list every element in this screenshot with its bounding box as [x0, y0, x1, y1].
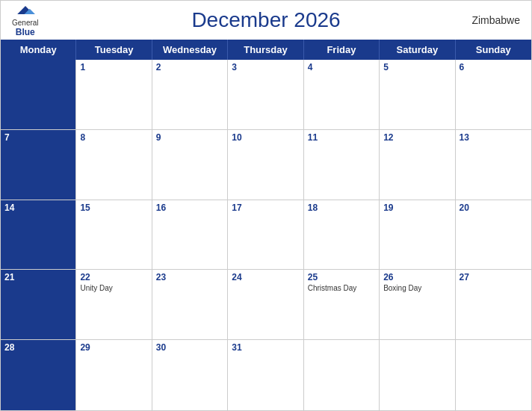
- day-number: 30: [156, 342, 223, 353]
- day-empty: [456, 340, 531, 410]
- week-row-5: 28293031: [1, 340, 531, 410]
- week-row-2: 78910111213: [1, 130, 531, 200]
- weekdays-row: MondayTuesdayWednesdayThursdayFridaySatu…: [1, 40, 531, 60]
- day-empty: [380, 340, 455, 410]
- day-18: 18: [304, 200, 380, 271]
- day-23: 23: [152, 270, 228, 340]
- day-30: 30: [152, 340, 228, 410]
- calendar-title: December 2026: [191, 8, 340, 32]
- day-1: 1: [76, 60, 152, 130]
- day-29: 29: [76, 340, 152, 410]
- week-row-3: 14151617181920: [1, 200, 531, 271]
- week-row-4: 2122Unity Day232425Christmas Day26Boxing…: [1, 270, 531, 340]
- weekday-saturday: Saturday: [380, 40, 455, 60]
- day-4: 4: [304, 60, 380, 130]
- calendar-header: General Blue December 2026 Zimbabwe: [1, 1, 531, 40]
- logo-blue: Blue: [16, 27, 35, 37]
- day-17: 17: [228, 200, 303, 271]
- day-8: 8: [76, 130, 152, 200]
- weekday-thursday: Thursday: [228, 40, 303, 60]
- day-number: 29: [80, 342, 147, 353]
- day-31: 31: [228, 340, 303, 410]
- holiday-label: Christmas Day: [308, 283, 375, 293]
- day-26: 26Boxing Day: [380, 270, 455, 340]
- day-number: 17: [232, 203, 299, 213]
- day-number: 14: [4, 203, 72, 213]
- weekday-wednesday: Wednesday: [152, 40, 228, 60]
- day-number: 13: [460, 132, 528, 143]
- day-10: 10: [228, 130, 303, 200]
- day-11: 11: [304, 130, 380, 200]
- day-number: 22: [80, 272, 147, 282]
- day-5: 5: [380, 60, 455, 130]
- day-21: 21: [1, 270, 76, 340]
- day-empty: [304, 340, 380, 410]
- day-number: 3: [232, 62, 299, 72]
- day-number: 26: [383, 272, 451, 282]
- day-15: 15: [76, 200, 152, 271]
- logo-general: General: [12, 19, 39, 27]
- day-number: 21: [4, 272, 72, 282]
- day-number: 25: [308, 272, 375, 282]
- day-number: 12: [383, 132, 451, 143]
- logo-icon: [14, 4, 37, 17]
- day-number: 2: [156, 62, 223, 72]
- day-24: 24: [228, 270, 303, 340]
- day-3: 3: [228, 60, 303, 130]
- day-9: 9: [152, 130, 228, 200]
- logo: General Blue: [12, 4, 39, 37]
- day-19: 19: [380, 200, 455, 271]
- day-number: 1: [80, 62, 147, 72]
- day-13: 13: [456, 130, 531, 200]
- day-number: 24: [232, 272, 299, 282]
- day-number: 31: [232, 342, 299, 353]
- country-label: Zimbabwe: [471, 14, 520, 26]
- holiday-label: Unity Day: [80, 283, 147, 293]
- calendar: General Blue December 2026 Zimbabwe Mond…: [0, 0, 532, 411]
- day-28: 28: [1, 340, 76, 410]
- day-number: 27: [460, 272, 528, 282]
- weekday-friday: Friday: [304, 40, 380, 60]
- week-row-1: 123456: [1, 60, 531, 130]
- day-number: 11: [308, 132, 375, 143]
- day-14: 14: [1, 200, 76, 271]
- day-number: 19: [383, 203, 451, 213]
- holiday-label: Boxing Day: [383, 283, 451, 293]
- day-number: 5: [383, 62, 451, 72]
- day-27: 27: [456, 270, 531, 340]
- day-number: 10: [232, 132, 299, 143]
- day-22: 22Unity Day: [76, 270, 152, 340]
- day-number: 28: [4, 342, 72, 353]
- weekday-sunday: Sunday: [456, 40, 531, 60]
- day-number: 7: [4, 132, 72, 143]
- weekday-monday: Monday: [1, 40, 76, 60]
- day-25: 25Christmas Day: [304, 270, 380, 340]
- day-number: 16: [156, 203, 223, 213]
- day-6: 6: [456, 60, 531, 130]
- day-empty: [1, 60, 76, 130]
- day-20: 20: [456, 200, 531, 271]
- weekday-tuesday: Tuesday: [76, 40, 152, 60]
- day-number: 20: [460, 203, 528, 213]
- day-16: 16: [152, 200, 228, 271]
- day-number: 4: [308, 62, 375, 72]
- day-number: 15: [80, 203, 147, 213]
- day-2: 2: [152, 60, 228, 130]
- day-number: 6: [460, 62, 528, 72]
- weeks-container: 12345678910111213141516171819202122Unity…: [1, 60, 531, 410]
- day-12: 12: [380, 130, 455, 200]
- day-number: 18: [308, 203, 375, 213]
- day-number: 23: [156, 272, 223, 282]
- day-number: 8: [80, 132, 147, 143]
- day-7: 7: [1, 130, 76, 200]
- day-number: 9: [156, 132, 223, 143]
